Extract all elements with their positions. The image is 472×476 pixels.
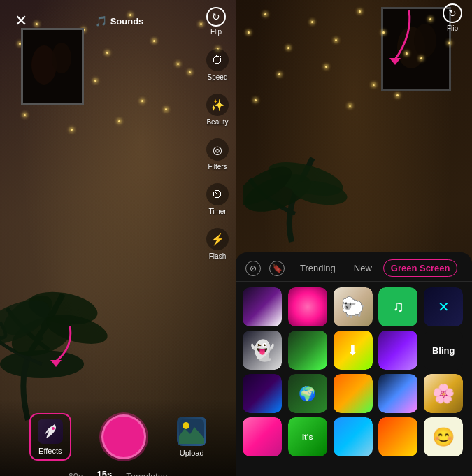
effect-3[interactable]: 🐑: [334, 287, 373, 326]
effect-7[interactable]: [288, 331, 327, 370]
effect-20[interactable]: 😊: [424, 417, 463, 456]
effects-grid: 🐑 ♫ ✕ 👻 ⬇ Bling 🌍 🌸 It's 😊: [236, 282, 472, 462]
effects-icon: [38, 419, 63, 444]
close-button[interactable]: ✕: [10, 10, 32, 32]
duration-15s[interactable]: 15s: [97, 469, 113, 476]
flip-label-left: Flip: [210, 28, 222, 36]
beauty-icon: ✨: [206, 94, 229, 116]
music-icon: 🎵: [95, 15, 107, 27]
effect-4[interactable]: ♫: [378, 287, 417, 326]
timer-icon: ⏲: [206, 183, 229, 205]
filters-control[interactable]: ◎ Filters: [206, 138, 229, 171]
pink-arrow-left: [35, 319, 77, 371]
plant-right: [243, 109, 369, 249]
sounds-button[interactable]: 🎵 Sounds: [95, 15, 144, 27]
shutter-button[interactable]: [101, 414, 146, 459]
timer-label: Timer: [208, 208, 226, 215]
svg-marker-20: [389, 58, 401, 65]
left-camera-panel: ✕ 🎵 Sounds ↻ Flip ⏱ Speed ✨ Beauty ◎ Fil…: [0, 0, 236, 476]
beauty-label: Beauty: [206, 118, 228, 126]
tab-no-effect[interactable]: ⊘: [245, 261, 261, 276]
flip-icon: ↻: [206, 7, 226, 27]
upload-icon: [177, 417, 206, 446]
effect-13[interactable]: [334, 374, 373, 413]
effect-5[interactable]: ✕: [424, 287, 463, 326]
filters-icon: ◎: [206, 138, 229, 161]
duration-15s-container: 15s: [97, 468, 113, 476]
flip-button-right[interactable]: ↻ Flip: [443, 3, 462, 32]
duration-templates[interactable]: Templates: [126, 471, 167, 477]
svg-point-2: [52, 43, 71, 73]
effects-button[interactable]: Effects: [29, 413, 71, 461]
effect-18[interactable]: [334, 417, 373, 456]
sounds-label: Sounds: [110, 16, 144, 27]
flash-icon: ⚡: [206, 228, 229, 250]
effect-6[interactable]: 👻: [243, 331, 282, 370]
pink-arrow-right: [367, 7, 416, 73]
svg-point-12: [183, 422, 189, 429]
timer-control[interactable]: ⏲ Timer: [206, 183, 229, 215]
flash-label: Flash: [209, 252, 226, 260]
tab-green-screen[interactable]: Green Screen: [383, 259, 458, 277]
duration-row: 60s 15s Templates: [0, 468, 236, 476]
effects-panel: ⊘ 🔖 Trending New Green Screen 🐑 ♫ ✕ 👻 ⬇ …: [236, 252, 472, 476]
capture-row: Effects Upload: [0, 406, 236, 468]
filters-label: Filters: [208, 163, 227, 171]
flip-icon-right: ↻: [443, 3, 462, 23]
right-effects-panel: ↻ Flip ⊘ 🔖 Trending New Green Screen 🐑 ♫…: [236, 0, 472, 476]
effect-2[interactable]: [288, 287, 327, 326]
effects-tabs: ⊘ 🔖 Trending New Green Screen: [236, 252, 472, 282]
beauty-control[interactable]: ✨ Beauty: [206, 94, 229, 126]
svg-point-10: [52, 427, 55, 430]
effect-17[interactable]: It's: [288, 417, 327, 456]
effect-10[interactable]: Bling: [424, 331, 463, 370]
effect-11[interactable]: [243, 374, 282, 413]
effect-14[interactable]: [378, 374, 417, 413]
speed-label: Speed: [208, 73, 228, 81]
effects-label: Effects: [38, 447, 62, 455]
effect-1[interactable]: [243, 287, 282, 326]
effect-12[interactable]: 🌍: [288, 374, 327, 413]
effect-19[interactable]: [378, 417, 417, 456]
effect-16[interactable]: [243, 417, 282, 456]
tab-new[interactable]: New: [347, 260, 379, 276]
duration-60s[interactable]: 60s: [69, 471, 83, 477]
effect-15[interactable]: 🌸: [424, 374, 463, 413]
flip-label-right: Flip: [447, 24, 458, 32]
flip-button-left[interactable]: ↻ Flip: [206, 7, 226, 36]
effect-9[interactable]: [378, 331, 417, 370]
tab-trending[interactable]: Trending: [293, 260, 343, 276]
speed-control[interactable]: ⏱ Speed: [206, 49, 229, 81]
camera-controls: ⏱ Speed ✨ Beauty ◎ Filters ⏲ Timer ⚡ Fla…: [206, 49, 229, 260]
upload-label: Upload: [180, 449, 204, 457]
bottom-bar-left: Effects Upload 60s 15s: [0, 399, 236, 476]
upload-button[interactable]: Upload: [177, 417, 206, 457]
speed-icon: ⏱: [206, 49, 229, 71]
svg-marker-9: [50, 360, 62, 367]
flash-control[interactable]: ⚡ Flash: [206, 228, 229, 260]
effect-8[interactable]: ⬇: [334, 331, 373, 370]
top-bar-left: ✕ 🎵 Sounds ↻ Flip: [0, 0, 236, 42]
top-bar-right: ↻ Flip: [236, 0, 472, 35]
tab-saved[interactable]: 🔖: [269, 261, 285, 276]
